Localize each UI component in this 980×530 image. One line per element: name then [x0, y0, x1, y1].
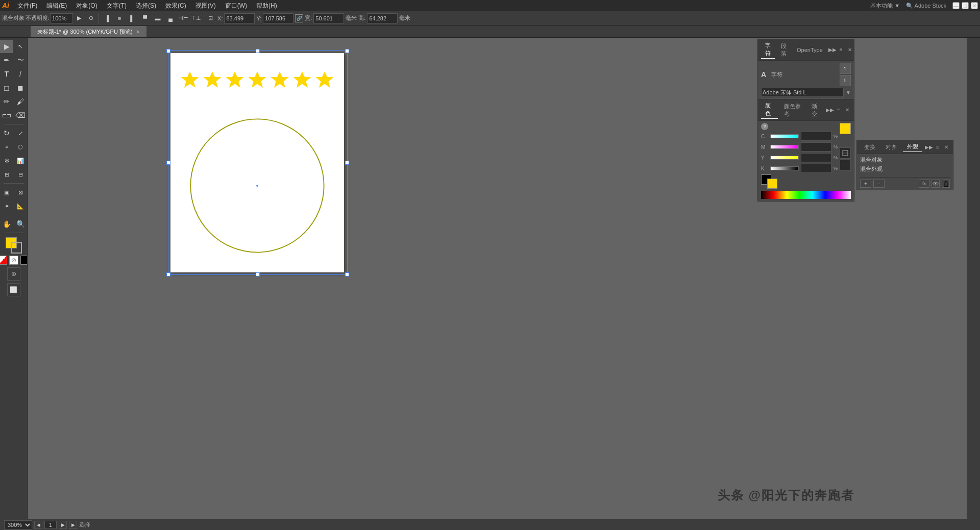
color-panel-menu[interactable]: ≡ — [835, 107, 842, 114]
distribute-v-btn[interactable]: ⊤⊥ — [190, 13, 202, 24]
color-mode-btn[interactable] — [0, 256, 7, 265]
font-panel-close[interactable]: ✕ — [846, 46, 853, 54]
menu-help[interactable]: 帮助(H) — [252, 1, 281, 11]
stroke-swatch[interactable] — [11, 242, 22, 254]
x-input[interactable] — [224, 13, 255, 23]
w-input[interactable] — [313, 13, 344, 23]
blend-panel-menu[interactable]: ≡ — [934, 143, 941, 150]
appearance-tab[interactable]: 外观 — [903, 142, 922, 152]
blend-tool[interactable]: ⊏⊐ — [0, 109, 13, 122]
blend-panel-expand[interactable]: ▶▶ — [925, 143, 933, 150]
none-btn[interactable]: ⊘ — [9, 256, 18, 265]
align-right-btn[interactable]: ▌ — [127, 13, 138, 24]
k-slider[interactable] — [770, 166, 799, 170]
menu-select[interactable]: 选择(S) — [132, 1, 160, 11]
menu-file[interactable]: 文件(F) — [13, 1, 41, 11]
shape-tool[interactable]: ◻ — [0, 81, 13, 94]
m-input[interactable] — [801, 142, 831, 152]
menu-edit[interactable]: 编辑(E) — [42, 1, 71, 11]
next-page-btn[interactable]: ▶ — [59, 521, 67, 529]
handle-tr[interactable] — [345, 49, 349, 53]
handle-tl[interactable] — [166, 49, 170, 53]
m-slider[interactable] — [770, 145, 799, 149]
menu-window[interactable]: 窗口(W) — [221, 1, 251, 11]
k-input[interactable] — [801, 164, 831, 173]
page-input[interactable] — [44, 521, 57, 529]
measure-tool[interactable]: 📐 — [14, 199, 27, 213]
mini-icon-1[interactable] — [840, 147, 851, 159]
brush-tool[interactable]: 🖌 — [14, 95, 27, 108]
scale-tool[interactable]: ⤢ — [14, 127, 27, 140]
blend-remove-btn[interactable]: - — [873, 180, 885, 188]
align-left-btn[interactable]: ▐ — [101, 13, 112, 24]
canvas-area[interactable]: 头条 @阳光下的奔跑者 字符 段落 OpenType ▶▶ ≡ ✕ A 字符 — [28, 38, 967, 519]
menu-object[interactable]: 对象(O) — [72, 1, 101, 11]
transform-tab[interactable]: 变换 — [860, 142, 879, 152]
menu-view[interactable]: 视图(V) — [191, 1, 220, 11]
font-tab-para[interactable]: 段落 — [777, 41, 791, 59]
blend-trash-btn[interactable]: 🗑 — [942, 180, 950, 188]
paint-tool[interactable]: ◼ — [14, 81, 27, 94]
opacity-icon[interactable]: ⊙ — [85, 13, 96, 24]
zoom-tool[interactable]: 🔍 — [14, 217, 27, 231]
quick-actions-btn[interactable]: ⊕ — [7, 267, 20, 281]
align-top-btn[interactable]: ▀ — [139, 13, 151, 24]
free-transform-tool[interactable]: ⬡ — [14, 140, 27, 154]
c-slider[interactable] — [770, 134, 799, 138]
type-tool[interactable]: T — [0, 67, 13, 81]
font-panel-expand[interactable]: ▶▶ — [829, 46, 836, 54]
close-button[interactable]: ✕ — [971, 2, 978, 9]
handle-br[interactable] — [345, 272, 349, 276]
y-input[interactable] — [263, 13, 293, 23]
font-dropdown[interactable]: ▼ — [846, 90, 851, 95]
mesh-tool[interactable]: ⊠ — [14, 186, 27, 199]
warp-tool[interactable]: ⌖ — [0, 140, 13, 154]
blend-eye-btn[interactable] — [932, 180, 940, 188]
pen-tool[interactable]: ✒ — [0, 54, 13, 67]
para-icon[interactable]: ¶ — [840, 63, 851, 74]
eraser-tool[interactable]: ⌫ — [14, 109, 27, 122]
opacity-dropdown[interactable]: ▶ — [74, 13, 85, 24]
maximize-button[interactable]: □ — [962, 2, 969, 9]
artboard-panel-btn[interactable]: ⬜ — [7, 283, 20, 296]
color-ref-tab[interactable]: 颜色参考 — [780, 102, 805, 119]
black-btn[interactable] — [20, 256, 28, 265]
pencil-tool[interactable]: ✏ — [0, 95, 13, 108]
symbol-tool[interactable]: ✻ — [0, 154, 13, 167]
color-gradient-bar[interactable] — [761, 191, 851, 199]
c-input[interactable] — [801, 132, 831, 141]
active-color-swatch[interactable] — [840, 123, 851, 134]
font-tab-char[interactable]: 字符 — [761, 41, 775, 59]
transform-icon[interactable]: ⊡ — [205, 13, 216, 24]
font-name-input[interactable] — [761, 88, 844, 97]
selection-tool[interactable]: ▶ — [0, 40, 13, 53]
blend-panel-close[interactable]: ✕ — [943, 143, 950, 150]
handle-bc[interactable] — [256, 272, 260, 276]
line-tool[interactable]: / — [14, 67, 27, 81]
color-tab[interactable]: 颜色 — [761, 101, 778, 119]
mini-icon-2[interactable] — [840, 160, 851, 171]
y-slider[interactable] — [770, 156, 799, 160]
opacity-input[interactable] — [50, 13, 73, 23]
curvature-tool[interactable]: 〜 — [14, 54, 27, 67]
tab-close-button[interactable]: ✕ — [136, 29, 140, 35]
color-panel-expand[interactable]: ▶▶ — [826, 107, 834, 114]
distribute-h-btn[interactable]: ⊣⊢ — [178, 13, 189, 24]
handle-ml[interactable] — [166, 161, 170, 165]
column-graph-tool[interactable]: 📊 — [14, 154, 27, 167]
align-center-h-btn[interactable]: ≡ — [114, 13, 125, 24]
artboard-tool[interactable]: ⊞ — [0, 168, 13, 181]
hand-tool[interactable]: ✋ — [0, 217, 13, 231]
prev-page-btn[interactable]: ◀ — [34, 521, 42, 529]
play-btn[interactable]: ▶ — [69, 521, 77, 529]
font-panel-menu[interactable]: ≡ — [838, 46, 845, 54]
blend-fx-btn[interactable]: fx — [919, 180, 929, 188]
handle-bl[interactable] — [166, 272, 170, 276]
rotate-tool[interactable]: ↻ — [0, 127, 13, 140]
color-panel-close[interactable]: ✕ — [844, 107, 851, 114]
ot-icon[interactable]: fi — [840, 75, 851, 86]
zoom-select[interactable]: 300% 200% 100% 50% — [4, 520, 32, 529]
document-tab[interactable]: 未标题-1* @ 300% (CMYK/GPU 预览) ✕ — [31, 26, 146, 37]
handle-tc[interactable] — [256, 49, 260, 53]
align-center-v-btn[interactable]: ▬ — [152, 13, 163, 24]
